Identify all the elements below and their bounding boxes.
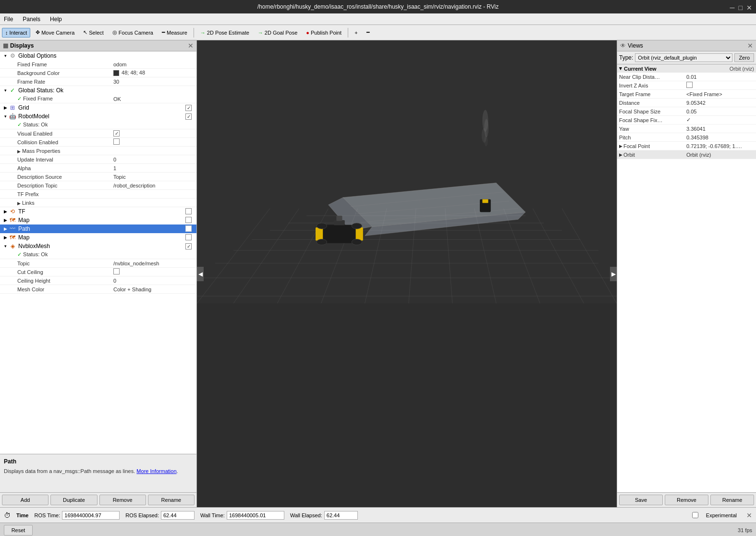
visual-enabled-checkbox[interactable] [113, 130, 120, 137]
toolbar-select[interactable]: ↖ Select [80, 27, 107, 37]
add-button[interactable]: Add [2, 495, 49, 505]
grid-enable-checkbox[interactable] [185, 105, 192, 111]
description-source-value[interactable]: Topic [113, 174, 195, 180]
toolbar-interact[interactable]: ↕ Interact [2, 28, 30, 37]
toolbar-measure[interactable]: ━ Measure [159, 27, 191, 37]
nvblox-checkbox-container[interactable] [185, 243, 196, 249]
minimize-button[interactable]: ─ [730, 3, 735, 12]
map1-arrow[interactable]: ▶ [2, 218, 9, 223]
toolbar-2d-pose[interactable]: → 2D Pose Estimate [197, 28, 253, 37]
alpha-value[interactable]: 1 [113, 165, 195, 171]
views-zero-button[interactable]: Zero [734, 53, 754, 62]
toolbar-move-camera[interactable]: ✥ Move Camera [32, 27, 78, 37]
current-view-header[interactable]: ▾ Current View Orbit (rviz) [617, 64, 756, 73]
rename-button[interactable]: Rename [148, 495, 195, 505]
cut-ceiling-value[interactable] [113, 268, 195, 275]
path-item[interactable]: ▶ 〰 Path [0, 224, 196, 233]
global-status-item[interactable]: ▾ ✓ Global Status: Ok [0, 86, 196, 95]
global-status-arrow[interactable]: ▾ [2, 88, 9, 93]
fixed-frame-value[interactable]: odom [113, 62, 195, 67]
viewport[interactable]: ◀ ▶ [197, 40, 617, 507]
description-topic-value[interactable]: /robot_description [113, 183, 195, 188]
nvblox-arrow[interactable]: ▾ [2, 244, 9, 249]
ros-time-input[interactable] [62, 511, 120, 520]
tf-checkbox-container[interactable] [185, 208, 196, 215]
map1-enable-checkbox[interactable] [185, 217, 192, 223]
map1-checkbox-container[interactable] [185, 217, 196, 224]
timebar-close-button[interactable]: ✕ [746, 511, 752, 519]
global-options-item[interactable]: ▾ ⚙ Global Options [0, 51, 196, 60]
visual-enabled-value[interactable] [113, 130, 195, 137]
update-interval-value[interactable]: 0 [113, 157, 195, 162]
robotmodel-enable-checkbox[interactable] [185, 113, 192, 120]
focal-point-arrow[interactable]: ▶ [619, 144, 622, 149]
path-checkbox-container[interactable] [185, 225, 196, 233]
map2-arrow[interactable]: ▶ [2, 235, 9, 240]
near-clip-value[interactable]: 0.01 [686, 74, 754, 80]
cut-ceiling-checkbox[interactable] [113, 268, 120, 274]
distance-value[interactable]: 9.05342 [686, 100, 754, 106]
duplicate-button[interactable]: Duplicate [50, 495, 97, 505]
maximize-button[interactable]: □ [739, 3, 743, 12]
toolbar-minus[interactable]: ━ [363, 27, 373, 37]
menu-panels[interactable]: Panels [21, 15, 42, 24]
menu-file[interactable]: File [2, 15, 15, 24]
menu-help[interactable]: Help [48, 15, 64, 24]
invert-z-checkbox[interactable] [686, 82, 693, 88]
global-options-arrow[interactable]: ▾ [2, 53, 9, 58]
background-color-value[interactable]: 48; 48; 48 [113, 70, 195, 76]
path-arrow[interactable]: ▶ [2, 226, 9, 231]
mesh-color-value[interactable]: Color + Shading [113, 287, 195, 292]
orbit-item-row[interactable]: ▶ Orbit Orbit (rviz) [617, 150, 756, 159]
experimental-checkbox[interactable] [692, 512, 698, 518]
wall-time-input[interactable] [227, 511, 284, 520]
robotmodel-arrow[interactable]: ▾ [2, 114, 9, 119]
nvblox-enable-checkbox[interactable] [185, 243, 192, 249]
displays-close-button[interactable]: ✕ [188, 42, 194, 50]
pitch-value[interactable]: 0.345398 [686, 135, 754, 140]
toolbar-publish-point[interactable]: ● Publish Point [303, 28, 345, 37]
robotmodel-item[interactable]: ▾ 🤖 RobotModel [0, 112, 196, 121]
grid-arrow[interactable]: ▶ [2, 105, 9, 110]
wall-elapsed-input[interactable] [324, 511, 358, 520]
invert-z-value[interactable] [686, 82, 754, 89]
toolbar-2d-goal[interactable]: → 2D Goal Pose [255, 28, 301, 37]
focal-shape-size-value[interactable]: 0.05 [686, 109, 754, 114]
focal-point-value[interactable]: 0.72139; -0.67689; 1…. [686, 143, 754, 149]
map1-item[interactable]: ▶ 🗺 Map [0, 216, 196, 224]
toolbar-plus[interactable]: + [351, 28, 361, 37]
robotmodel-checkbox-container[interactable] [185, 113, 196, 120]
map2-checkbox-container[interactable] [185, 234, 196, 241]
close-button[interactable]: ✕ [746, 3, 752, 12]
map2-item[interactable]: ▶ 🗺 Map [0, 233, 196, 242]
reset-button[interactable]: Reset [4, 525, 33, 536]
expand-right-button[interactable]: ▶ [610, 267, 617, 281]
tf-item[interactable]: ▶ ⟲ TF [0, 207, 196, 216]
views-save-button[interactable]: Save [619, 495, 663, 505]
views-remove-button[interactable]: Remove [665, 495, 708, 505]
ceiling-height-value[interactable]: 0 [113, 278, 195, 284]
tf-arrow[interactable]: ▶ [2, 209, 9, 214]
toolbar-focus-camera[interactable]: ◎ Focus Camera [109, 27, 157, 37]
views-close-button[interactable]: ✕ [747, 42, 753, 50]
frame-rate-value[interactable]: 30 [113, 79, 195, 85]
orbit-arrow[interactable]: ▶ [619, 152, 622, 157]
views-type-select[interactable]: Orbit (rviz_default_plugin [635, 53, 732, 62]
tf-enable-checkbox[interactable] [185, 208, 192, 214]
expand-left-button[interactable]: ◀ [197, 267, 204, 281]
collision-enabled-checkbox[interactable] [113, 138, 120, 145]
grid-item[interactable]: ▶ ⊞ Grid [0, 103, 196, 112]
more-info-link[interactable]: More Information [136, 468, 176, 474]
views-rename-button[interactable]: Rename [710, 495, 754, 505]
nvblox-topic-value[interactable]: /nvblox_node/mesh [113, 261, 195, 266]
map2-enable-checkbox[interactable] [185, 234, 192, 240]
yaw-value[interactable]: 3.36041 [686, 126, 754, 132]
focal-shape-fix-value[interactable]: ✓ [686, 117, 754, 123]
ros-elapsed-input[interactable] [161, 511, 195, 520]
nvblox-item[interactable]: ▾ ◈ NvbloxMesh [0, 242, 196, 250]
path-enable-checkbox[interactable] [185, 225, 192, 232]
grid-checkbox[interactable] [185, 105, 196, 111]
collision-enabled-value[interactable] [113, 138, 195, 146]
target-frame-value[interactable]: <Fixed Frame> [686, 91, 754, 97]
remove-button[interactable]: Remove [99, 495, 146, 505]
